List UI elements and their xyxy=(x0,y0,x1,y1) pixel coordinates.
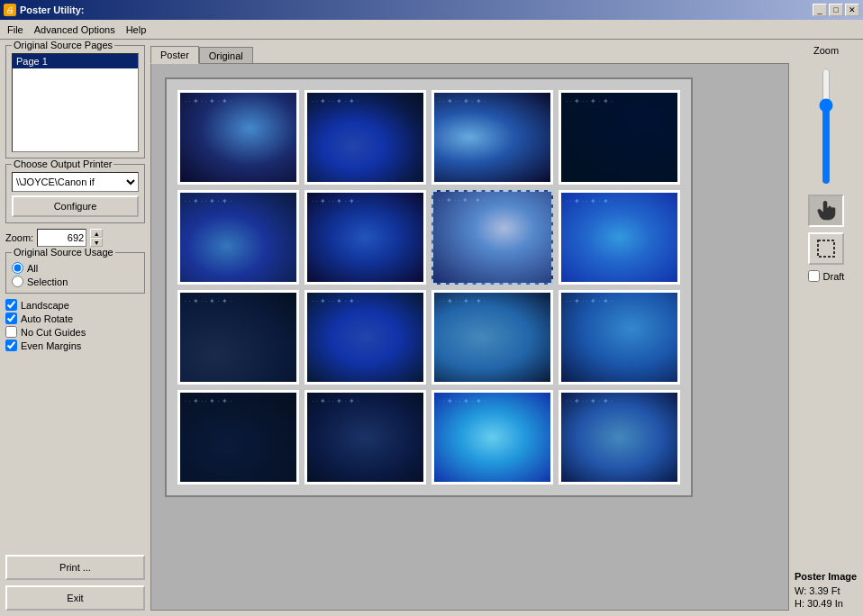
poster-height: H: 30.49 In xyxy=(795,598,858,609)
poster-cell xyxy=(559,390,680,485)
checkboxes-group: Landscape Auto Rotate No Cut Guides Even… xyxy=(5,299,145,353)
zoom-slider-container xyxy=(817,63,835,189)
menu-bar: File Advanced Options Help xyxy=(0,20,863,40)
poster-cell xyxy=(304,290,426,385)
select-icon xyxy=(816,239,836,258)
zoom-input[interactable] xyxy=(37,229,86,247)
tab-poster[interactable]: Poster xyxy=(150,46,199,64)
hand-tool-button[interactable] xyxy=(808,195,844,227)
even-margins-row: Even Margins xyxy=(5,340,145,351)
poster-cell xyxy=(304,390,426,485)
auto-rotate-label: Auto Rotate xyxy=(21,313,73,324)
left-panel: Original Source Pages Page 1 Choose Outp… xyxy=(5,45,145,611)
no-cut-guides-checkbox[interactable] xyxy=(5,326,17,338)
title-bar: 🖨 Poster Utility: _ □ ✕ xyxy=(0,0,863,20)
main-content: Original Source Pages Page 1 Choose Outp… xyxy=(0,40,863,616)
radio-selection-label: Selection xyxy=(27,276,68,287)
poster-cell xyxy=(177,390,299,485)
landscape-label: Landscape xyxy=(21,300,69,311)
zoom-down-button[interactable]: ▼ xyxy=(90,238,103,247)
output-printer-title: Choose Output Printer xyxy=(12,159,114,169)
page-list-item[interactable]: Page 1 xyxy=(13,54,138,68)
minimize-button[interactable]: _ xyxy=(813,4,827,16)
poster-cell xyxy=(304,90,426,185)
title-bar-buttons: _ □ ✕ xyxy=(813,4,859,16)
draft-row: Draft xyxy=(808,270,845,282)
poster-width: W: 3.39 Ft xyxy=(795,585,858,596)
zoom-label: Zoom: xyxy=(5,232,33,243)
tab-original[interactable]: Original xyxy=(199,47,253,65)
svg-rect-0 xyxy=(818,240,834,257)
radio-selection-row: Selection xyxy=(12,276,139,287)
configure-button[interactable]: Configure xyxy=(12,195,139,217)
menu-file[interactable]: File xyxy=(2,23,29,37)
bottom-buttons: Print ... Exit xyxy=(5,553,145,611)
poster-cell xyxy=(432,290,553,385)
window-title: Poster Utility: xyxy=(20,5,85,15)
no-cut-guides-label: No Cut Guides xyxy=(21,327,86,338)
zoom-up-button[interactable]: ▲ xyxy=(90,229,103,238)
hand-icon xyxy=(816,201,836,221)
output-printer-group: Choose Output Printer \\JOYCE\Canon if C… xyxy=(5,164,145,223)
center-area: Poster Original xyxy=(150,45,789,611)
poster-cell xyxy=(304,190,426,285)
auto-rotate-checkbox[interactable] xyxy=(5,313,17,324)
select-tool-button[interactable] xyxy=(808,232,844,265)
source-usage-title: Original Source Usage xyxy=(12,247,115,258)
poster-image-title: Poster Image xyxy=(795,571,858,582)
zoom-slider[interactable] xyxy=(817,68,835,185)
source-usage-group: Original Source Usage All Selection xyxy=(5,252,145,294)
poster-cell xyxy=(177,190,299,285)
app-icon: 🖨 xyxy=(4,4,16,16)
poster-cell xyxy=(177,290,299,385)
radio-all[interactable] xyxy=(12,262,23,274)
source-usage-radio-group: All Selection xyxy=(12,262,139,287)
source-pages-group: Original Source Pages Page 1 xyxy=(5,45,145,159)
exit-button[interactable]: Exit xyxy=(5,585,145,611)
zoom-spin-buttons: ▲ ▼ xyxy=(90,229,103,247)
menu-advanced-options[interactable]: Advanced Options xyxy=(29,23,121,37)
landscape-checkbox[interactable] xyxy=(5,299,17,311)
poster-cell xyxy=(177,90,299,185)
radio-selection[interactable] xyxy=(12,276,23,287)
tabs-bar: Poster Original xyxy=(150,45,789,63)
right-zoom-label: Zoom xyxy=(813,45,839,56)
zoom-row: Zoom: ▲ ▼ xyxy=(5,229,145,247)
draft-checkbox[interactable] xyxy=(808,270,820,282)
radio-all-row: All xyxy=(12,262,139,274)
poster-cell xyxy=(432,90,553,185)
poster-inner xyxy=(165,77,693,497)
print-button[interactable]: Print ... xyxy=(5,555,145,580)
even-margins-checkbox[interactable] xyxy=(5,340,17,351)
right-panel: Zoom Draft Poster Image W: 3.39 Ft H: 30… xyxy=(795,45,858,611)
close-button[interactable]: ✕ xyxy=(845,4,859,16)
poster-cell xyxy=(559,190,680,285)
auto-rotate-row: Auto Rotate xyxy=(5,313,145,324)
menu-help[interactable]: Help xyxy=(121,23,152,37)
poster-cell xyxy=(432,190,553,285)
title-bar-left: 🖨 Poster Utility: xyxy=(4,4,85,16)
landscape-row: Landscape xyxy=(5,299,145,311)
poster-cell xyxy=(559,290,680,385)
printer-select[interactable]: \\JOYCE\Canon if xyxy=(12,172,139,192)
poster-canvas[interactable] xyxy=(150,63,789,611)
draft-label: Draft xyxy=(823,271,845,282)
maximize-button[interactable]: □ xyxy=(829,4,843,16)
source-pages-title: Original Source Pages xyxy=(12,40,114,50)
poster-cell xyxy=(432,390,553,485)
no-cut-guides-row: No Cut Guides xyxy=(5,326,145,338)
poster-cell xyxy=(559,90,680,185)
poster-info: Poster Image W: 3.39 Ft H: 30.49 In xyxy=(795,571,858,611)
page-list[interactable]: Page 1 xyxy=(12,53,139,152)
radio-all-label: All xyxy=(27,263,38,274)
poster-grid xyxy=(177,90,680,485)
even-margins-label: Even Margins xyxy=(21,340,81,351)
